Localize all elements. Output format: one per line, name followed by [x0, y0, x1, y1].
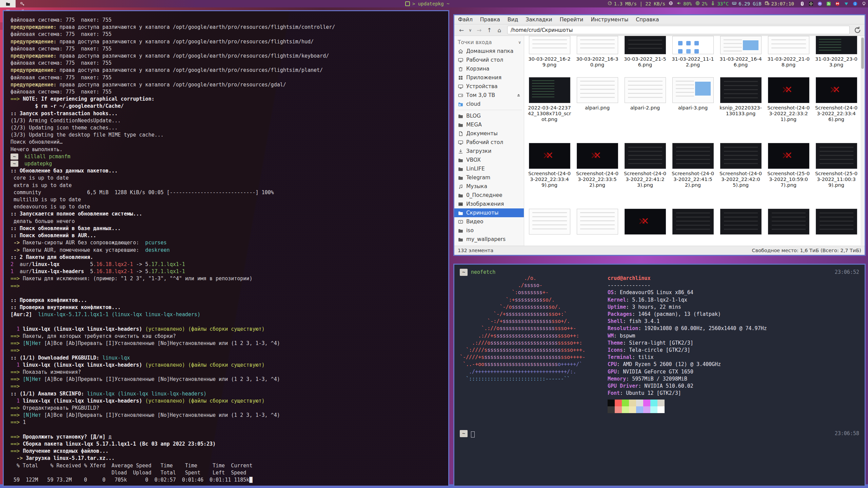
file-item[interactable] — [812, 209, 860, 237]
file-item[interactable]: Screenshot-(24-03-2022_22:33:49).png — [526, 143, 573, 188]
terminal-line: 2 aur/linux-lqx 5.16.18.lqx2-1 -> 5.17.1… — [11, 261, 448, 268]
file-item[interactable] — [717, 209, 765, 237]
back-button[interactable]: ← — [457, 26, 466, 34]
file-row — [526, 209, 860, 237]
file-item[interactable]: 31-03-2022_21-08.png — [765, 36, 812, 68]
file-item[interactable]: Screenshot-(24-03-2022_22:41:23).png — [621, 143, 669, 188]
menu-Инструменты[interactable]: Инструменты — [587, 15, 632, 24]
sidebar-item-LinLIFE[interactable]: LinLIFE — [454, 164, 524, 173]
tray-ornament-icon[interactable] — [808, 1, 814, 7]
palette-row — [608, 400, 665, 406]
tray-info-icon[interactable] — [852, 1, 858, 7]
up-button[interactable]: ↑ — [485, 26, 494, 34]
terminal-window-neofetch[interactable]: ~ neofetch 23:06:52 ./o. ./sssso- `:osss… — [453, 264, 866, 487]
sidebar-item-Устройства[interactable]: Устройства — [454, 82, 524, 91]
sidebar-item-0_Последнее[interactable]: 0_Последнее — [454, 191, 524, 200]
file-item[interactable]: alpari-3.png — [669, 77, 717, 122]
launcher-key-icon[interactable] — [16, 0, 28, 7]
file-item[interactable]: 31-03-2022_16-46.png — [717, 36, 765, 68]
history-dropdown-icon[interactable]: ∨ — [467, 26, 473, 34]
file-item[interactable]: 31-03-2022_23-03.png — [812, 36, 860, 68]
file-item[interactable] — [765, 209, 812, 237]
menu-Вид[interactable]: Вид — [504, 15, 522, 24]
sidebar-item-BLOG[interactable]: BLOG — [454, 111, 524, 120]
menu-Закладки[interactable]: Закладки — [522, 15, 556, 24]
file-item[interactable]: Screenshot-(24-03-2022_22:41:52).png — [669, 143, 717, 188]
file-item[interactable] — [621, 209, 669, 237]
sidebar-item-Скриншоты[interactable]: Скриншоты — [454, 208, 524, 217]
sidebar-item-cloud[interactable]: cloud — [454, 100, 524, 108]
sidebar-item-Видео[interactable]: Видео — [454, 217, 524, 226]
file-item[interactable]: alpari-2.png — [621, 77, 669, 122]
terminal-line: % Total % Received % Xferd Average Speed… — [11, 462, 448, 469]
tray-keyhole-icon[interactable] — [799, 1, 805, 7]
file-item[interactable]: Screenshot-(24-03-2022_22:33:52).png — [573, 143, 621, 188]
file-item[interactable]: Screenshot-(24-03-2022_22:42:05).png — [717, 143, 765, 188]
file-item[interactable]: 30-03-2022_21-56.png — [621, 36, 669, 68]
sidebar-item-Загрузки[interactable]: Загрузки — [454, 147, 524, 156]
path-bar[interactable]: /home/crud/Скриншоты — [507, 26, 850, 34]
eject-icon[interactable] — [516, 93, 521, 98]
sidebar-mode-selector[interactable]: Точки входа∨ — [454, 38, 524, 47]
file-item[interactable]: ksnip_20220323-130133.png — [717, 77, 765, 122]
terminal-window-updatepkg[interactable]: файловая система: 775 пакет: 755предупре… — [3, 10, 449, 487]
sidebar-item-my_wallpapers[interactable]: my_wallpapers — [454, 235, 524, 244]
file-item[interactable]: 31-03-2022_11-12.png — [669, 36, 717, 68]
speaker-icon[interactable] — [676, 1, 682, 7]
calendar-clock-icon[interactable] — [765, 1, 770, 7]
sidebar-item-MEGA[interactable]: MEGA — [454, 120, 524, 129]
sidebar-item-VBOX[interactable]: VBOX — [454, 156, 524, 164]
cpu-indicator: 2% — [695, 1, 708, 7]
sidebar-item-Домашняя папка[interactable]: Домашняя папка — [454, 47, 524, 56]
network-gauge-icon — [607, 1, 612, 7]
menu-Справка[interactable]: Справка — [632, 15, 663, 24]
scrollbar[interactable] — [861, 36, 864, 245]
file-thumbnail — [672, 209, 714, 235]
globe-icon[interactable] — [668, 1, 673, 7]
tray-drop-icon[interactable] — [843, 1, 849, 7]
palette-swatch — [622, 406, 629, 413]
file-item[interactable]: Screenshot-(24-03-2022_22:33:46).png — [812, 77, 860, 122]
sidebar-item-label: MEGA — [466, 122, 482, 128]
file-thumbnail — [768, 209, 809, 235]
sidebar-item-Приложения[interactable]: Приложения — [454, 73, 524, 82]
menu-Файл[interactable]: Файл — [454, 15, 476, 24]
sidebar-item-iso[interactable]: iso — [454, 226, 524, 235]
workspace-folder-icon[interactable] — [0, 0, 16, 7]
file-item[interactable]: Screenshot-(25-03-2022_10:59:07).png — [765, 143, 812, 188]
reload-icon[interactable] — [853, 26, 862, 34]
file-item[interactable]: 30-03-2022_16-29.png — [526, 36, 573, 68]
home-button[interactable]: ⌂ — [495, 26, 504, 34]
file-item[interactable]: 30-03-2022_16-30.png — [573, 36, 621, 68]
shell-prompt-empty[interactable]: ~ — [460, 430, 475, 437]
sidebar-item-Музыка[interactable]: Музыка — [454, 182, 524, 191]
file-manager-body: Точки входа∨Домашняя папкаРабочий столКо… — [454, 36, 865, 246]
sidebar-item-Том 3,0 ТВ[interactable]: Том 3,0 ТВ — [454, 91, 524, 100]
menu-Правка[interactable]: Правка — [476, 15, 504, 24]
sidebar-item-Telegram[interactable]: Telegram — [454, 173, 524, 182]
scrollbar-thumb[interactable] — [861, 38, 864, 69]
palette-swatch — [636, 406, 643, 413]
drive-icon — [458, 93, 463, 98]
file-item[interactable] — [573, 209, 621, 237]
sidebar-item-Рабочий стол[interactable]: Рабочий стол — [454, 56, 524, 64]
file-item[interactable]: 2022-03-24-223742_1308x710_scrot.png — [526, 77, 573, 122]
terminal-line: ==> Пакеты для исключения: (пример: "1 2… — [11, 275, 448, 282]
file-item[interactable]: alpari.png — [573, 77, 621, 122]
tray-mega-icon[interactable] — [834, 1, 840, 7]
file-manager-window[interactable]: ФайлПравкаВидЗакладкиПерейтиИнструментыС… — [453, 14, 866, 256]
file-name: alpari-2.png — [624, 105, 667, 111]
sidebar-item-Изображения[interactable]: Изображения — [454, 200, 524, 208]
sidebar-item-Корзина[interactable]: Корзина — [454, 64, 524, 73]
forward-button[interactable]: → — [475, 26, 484, 34]
sidebar-item-Документы[interactable]: Документы — [454, 129, 524, 138]
tray-rss-icon[interactable] — [826, 1, 831, 7]
file-item[interactable]: Screenshot-(25-03-2022_11:00:39).png — [812, 143, 860, 188]
sidebar-item-Рабочий стол[interactable]: Рабочий стол — [454, 138, 524, 147]
file-item[interactable] — [669, 209, 717, 237]
tray-bulb-icon[interactable] — [861, 1, 867, 7]
menu-Перейти[interactable]: Перейти — [556, 15, 587, 24]
file-item[interactable]: Screenshot-(24-03-2022_22:33:21).png — [765, 77, 812, 122]
file-item[interactable] — [526, 209, 573, 237]
tray-arrow-up-icon[interactable] — [817, 1, 823, 7]
